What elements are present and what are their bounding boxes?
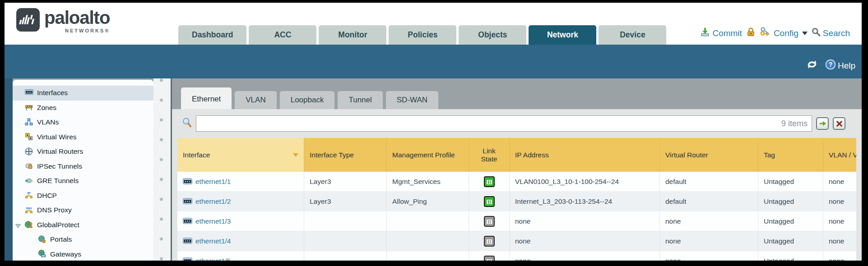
search-icon [812, 28, 821, 39]
sub-header-band: ? Help [5, 45, 862, 78]
tab-ethernet[interactable]: Ethernet [181, 87, 232, 109]
sidebar-item-label: DHCP [37, 192, 57, 200]
sidebar-item-gre-tunnels[interactable]: GRE Tunnels [13, 174, 153, 188]
interface-cell: ethernet1/4 [177, 231, 304, 251]
interface-type-cell: Layer3 [304, 192, 387, 211]
filter-magnifier-icon [182, 117, 192, 130]
help-label: Help [838, 61, 855, 71]
tab-dashboard[interactable]: Dashboard [178, 25, 246, 45]
dns-proxy-icon: DNS [25, 206, 33, 215]
tab-vlan[interactable]: VLAN [235, 91, 276, 109]
interface-link[interactable]: ethernet1/2 [195, 197, 231, 206]
interface-cell: ethernet1/3 [177, 211, 304, 231]
filter-input[interactable] [196, 115, 812, 132]
link-state-cell [469, 192, 510, 211]
column-header-vlan-wire[interactable]: VLAN / Virtual Wire [823, 138, 856, 172]
tab-objects[interactable]: Objects [459, 25, 526, 45]
dhcp-icon: IP [25, 191, 33, 200]
column-header-interface-type[interactable]: Interface Type [304, 138, 387, 172]
vlan-wire-cell: none [823, 231, 856, 251]
help-button[interactable]: ? Help [825, 59, 855, 72]
commit-button[interactable]: Commit [700, 27, 742, 39]
sidebar-item-ipsec-tunnels[interactable]: IPSec Tunnels [13, 159, 153, 174]
virtual-routers-icon [25, 147, 33, 156]
sidebar-item-gateways[interactable]: Gateways [13, 247, 153, 261]
table-row: ethernet1/5 none none Untagged none [177, 251, 856, 261]
tag-cell: Untagged [758, 231, 823, 251]
table-row: ethernet1/1 Layer3 Mgmt_Services VLAN010… [177, 172, 856, 192]
virtual-router-cell: none [660, 211, 758, 231]
config-keys-icon [760, 27, 771, 39]
tab-network[interactable]: Network [529, 25, 596, 45]
sidebar-item-globalprotect[interactable]: GlobalProtect [13, 218, 153, 233]
sidebar-item-label: Virtual Routers [37, 147, 83, 156]
expand-triangle-icon[interactable] [15, 222, 21, 230]
column-header-link-state[interactable]: Link State [469, 138, 510, 172]
interfaces-icon [25, 89, 33, 97]
svg-text:DNS: DNS [26, 207, 32, 210]
items-count: 9 items [781, 115, 808, 132]
column-header-management-profile[interactable]: Management Profile [387, 138, 469, 172]
sidebar-item-dns-proxy[interactable]: DNS DNS Proxy [13, 203, 153, 218]
zones-icon [25, 103, 33, 112]
vlans-icon [25, 118, 33, 127]
interface-type-cell [304, 211, 387, 231]
sidebar-item-portals[interactable]: Portals [13, 232, 153, 247]
link-state-cell [469, 231, 510, 251]
apply-filter-button[interactable] [816, 117, 829, 130]
portals-icon [38, 235, 46, 244]
sidebar-splitter[interactable] [153, 78, 172, 261]
sidebar-panel: Interfaces Zones VLANs [13, 80, 153, 261]
column-header-interface[interactable]: Interface [177, 138, 304, 172]
interface-type-cell: Layer3 [304, 172, 387, 192]
interface-link[interactable]: ethernet1/1 [195, 178, 231, 186]
tab-device[interactable]: Device [599, 25, 666, 45]
virtual-router-cell: default [660, 192, 758, 211]
header-utilities: Commit Config Search [700, 27, 850, 39]
column-header-tag[interactable]: Tag [758, 138, 823, 172]
sort-dropdown-icon[interactable] [293, 153, 298, 157]
sidebar-item-virtual-wires[interactable]: Virtual Wires [13, 130, 153, 145]
management-profile-cell: Allow_Ping [387, 192, 469, 211]
vlan-wire-cell: none [823, 251, 856, 261]
refresh-icon[interactable] [806, 59, 818, 72]
sidebar-item-label: GRE Tunnels [37, 177, 79, 185]
sidebar-item-zones[interactable]: Zones [13, 101, 153, 115]
virtual-router-cell: none [660, 251, 758, 261]
interface-link[interactable]: ethernet1/4 [195, 237, 231, 245]
brand-name: paloalto [44, 8, 110, 27]
tab-acc[interactable]: ACC [249, 25, 316, 45]
column-header-virtual-router[interactable]: Virtual Router [660, 138, 758, 172]
commit-icon [700, 27, 710, 39]
ip-address-cell: Internet_L3_203-0-113-254--24 [510, 192, 660, 211]
sidebar-item-dhcp[interactable]: IP DHCP [13, 188, 153, 203]
interface-link[interactable]: ethernet1/3 [195, 217, 231, 225]
svg-text:?: ? [828, 61, 832, 68]
clear-filter-button[interactable] [833, 117, 845, 130]
sidebar-item-interfaces[interactable]: Interfaces [13, 86, 153, 101]
sidebar-item-label: Virtual Wires [37, 133, 77, 141]
tab-monitor[interactable]: Monitor [319, 25, 386, 45]
link-state-icon [484, 176, 495, 187]
svg-text:IP: IP [28, 192, 31, 195]
interface-link[interactable]: ethernet1/5 [195, 257, 231, 261]
sidebar-item-label: VLANs [37, 118, 59, 126]
management-profile-cell [387, 251, 469, 261]
sidebar-item-virtual-routers[interactable]: Virtual Routers [13, 144, 153, 159]
sidebar-item-vlans[interactable]: VLANs [13, 115, 153, 130]
column-header-ip-address[interactable]: IP Address [510, 138, 660, 172]
interface-icon [183, 178, 192, 185]
lock-icon[interactable] [746, 27, 756, 39]
config-menu[interactable]: Config [760, 27, 808, 39]
tab-sdwan[interactable]: SD-WAN [386, 91, 438, 109]
config-label: Config [774, 28, 798, 38]
management-profile-cell [387, 211, 469, 231]
link-state-icon [484, 236, 495, 247]
interface-type-cell [304, 231, 387, 251]
tab-policies[interactable]: Policies [389, 25, 456, 45]
tab-loopback[interactable]: Loopback [280, 91, 335, 109]
tab-tunnel[interactable]: Tunnel [338, 91, 382, 109]
search-button[interactable]: Search [812, 28, 850, 39]
interface-cell: ethernet1/2 [177, 192, 304, 211]
paloalto-logo-icon [16, 8, 40, 32]
